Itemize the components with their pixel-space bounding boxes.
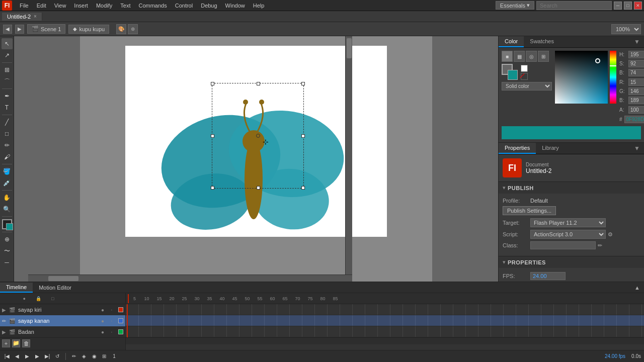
fill-color-swatch[interactable] xyxy=(6,223,13,230)
scene-label[interactable]: 🎬 Scene 1 xyxy=(27,24,65,34)
saturation-input[interactable] xyxy=(628,60,644,67)
menu-file[interactable]: File xyxy=(16,2,32,10)
tab-close-button[interactable]: × xyxy=(34,14,37,19)
radial-gradient-btn[interactable]: ◎ xyxy=(526,51,537,62)
layer-visibility-badan[interactable]: ● xyxy=(99,328,106,335)
layer-lock-sayap-kanan[interactable]: · xyxy=(108,317,115,324)
paint-bucket-tool[interactable]: 🪣 xyxy=(2,166,13,177)
layer-row-sayap-kiri[interactable]: ▶ 🎬 sayap kiri ● · xyxy=(0,304,125,315)
layer-lock-badan[interactable]: · xyxy=(108,328,115,335)
step-forward-btn[interactable]: ▶ xyxy=(33,352,41,360)
color-gradient-picker[interactable] xyxy=(555,51,608,104)
class-input[interactable] xyxy=(530,241,596,249)
properties-section-header[interactable]: ▾ PROPERTIES xyxy=(499,256,644,268)
tab-properties[interactable]: Properties xyxy=(499,143,536,154)
delete-layer-btn[interactable]: 🗑 xyxy=(22,339,30,347)
maximize-button[interactable]: □ xyxy=(624,2,632,10)
edit-symbol-btn[interactable]: ✏ xyxy=(70,352,78,360)
onion-skin-outlines-btn[interactable]: ◉ xyxy=(90,352,98,360)
menu-window[interactable]: Window xyxy=(222,2,249,10)
linear-gradient-btn[interactable]: ▦ xyxy=(514,51,525,62)
snap-icon[interactable]: ⊕ xyxy=(128,24,138,34)
color-panel-close[interactable]: ▼ xyxy=(630,36,644,47)
blue-input[interactable] xyxy=(628,97,644,104)
script-select[interactable]: ActionScript 3.0 xyxy=(530,230,606,239)
play-btn[interactable]: ▶ xyxy=(23,352,31,360)
hue-input[interactable] xyxy=(628,51,644,58)
snap-to-objects[interactable]: ⊕ xyxy=(2,234,13,245)
onion-skin-btn[interactable]: ◈ xyxy=(80,352,88,360)
search-input[interactable] xyxy=(536,1,612,10)
tab-library[interactable]: Library xyxy=(536,143,565,154)
script-settings-icon[interactable]: ⚙ xyxy=(608,231,613,238)
publish-settings-button[interactable]: Publish Settings... xyxy=(503,206,556,215)
tab-untitled2[interactable]: Untitled-2 × xyxy=(2,13,42,21)
straighten-tool[interactable]: ─ xyxy=(2,257,13,268)
onion-skin-settings-btn[interactable]: ⊞ xyxy=(100,352,108,360)
lasso-tool[interactable]: ⌒ xyxy=(2,76,13,87)
menu-debug[interactable]: Debug xyxy=(197,2,220,10)
layer-visibility-sayap-kanan[interactable]: ● xyxy=(99,317,106,324)
add-layer-btn[interactable]: + xyxy=(2,339,10,347)
class-edit-icon[interactable]: ✏ xyxy=(598,242,602,249)
white-swatch[interactable] xyxy=(521,65,528,72)
canvas-wrapper[interactable]: ⊹ xyxy=(14,36,498,282)
minimize-button[interactable]: ─ xyxy=(614,2,622,10)
nav-back-button[interactable]: ◀ xyxy=(3,25,12,34)
menu-help[interactable]: Help xyxy=(250,2,268,10)
menu-modify[interactable]: Modify xyxy=(93,2,116,10)
text-tool[interactable]: T xyxy=(2,102,13,113)
step-back-btn[interactable]: ◀ xyxy=(13,352,21,360)
scroll-thumb-v[interactable] xyxy=(347,38,352,58)
line-tool[interactable]: ╱ xyxy=(2,117,13,128)
select-tool[interactable]: ↖ xyxy=(2,38,13,49)
brush-tool[interactable]: 🖌 xyxy=(2,151,13,162)
menu-control[interactable]: Control xyxy=(172,2,196,10)
target-select[interactable]: Flash Player 11.2 xyxy=(530,218,606,227)
menu-text[interactable]: Text xyxy=(117,2,134,10)
zoom-tool[interactable]: 🔍 xyxy=(2,204,13,215)
menu-view[interactable]: View xyxy=(51,2,70,10)
alpha-input[interactable] xyxy=(628,106,644,114)
frames-layer1[interactable] xyxy=(126,304,644,315)
zoom-select[interactable]: 100% xyxy=(611,24,641,34)
tab-timeline[interactable]: Timeline xyxy=(0,283,33,293)
layer-visibility-sayap-kiri[interactable]: ● xyxy=(99,306,106,313)
bitmap-fill-btn[interactable]: ⊞ xyxy=(538,51,549,62)
pencil-tool[interactable]: ✏ xyxy=(2,140,13,151)
solid-color-btn[interactable]: ■ xyxy=(502,51,513,62)
frames-layer3[interactable] xyxy=(126,326,644,337)
no-fill-swatch[interactable] xyxy=(521,73,528,80)
fps-input[interactable] xyxy=(530,272,566,280)
tab-color[interactable]: Color xyxy=(499,36,524,47)
brightness-input[interactable] xyxy=(628,69,644,76)
horizontal-scrollbar[interactable] xyxy=(28,275,352,282)
stroke-color-swatch[interactable] xyxy=(2,219,12,229)
essentials-button[interactable]: Essentials ▾ xyxy=(496,1,534,10)
goto-last-frame-btn[interactable]: ▶| xyxy=(43,352,51,360)
props-panel-menu[interactable]: ▼ xyxy=(630,143,644,154)
add-folder-btn[interactable]: 📁 xyxy=(12,339,20,347)
symbol-label[interactable]: ◆ kupu kupu xyxy=(68,25,109,34)
transform-tool[interactable]: ⊞ xyxy=(2,64,13,75)
hex-input[interactable] xyxy=(624,116,644,123)
menu-commands[interactable]: Commands xyxy=(135,2,170,10)
stage-color-icon[interactable]: 🎨 xyxy=(116,24,126,34)
scroll-thumb-h[interactable] xyxy=(48,276,78,281)
timeline-scrollbar[interactable] xyxy=(126,337,644,344)
pen-tool[interactable]: ✒ xyxy=(2,90,13,102)
vertical-scrollbar[interactable] xyxy=(345,36,352,275)
tab-swatches[interactable]: Swatches xyxy=(524,36,560,47)
red-input[interactable] xyxy=(628,78,644,86)
rect-tool[interactable]: □ xyxy=(2,128,13,139)
smooth-tool[interactable]: 〜 xyxy=(2,245,13,256)
green-input[interactable] xyxy=(628,87,644,95)
layer-row-sayap-kanan[interactable]: ✏ 🎬 sayap kanan ● · xyxy=(0,315,125,326)
close-button[interactable]: ✕ xyxy=(634,2,642,10)
nav-forward-button[interactable]: ▶ xyxy=(15,25,24,34)
menu-insert[interactable]: Insert xyxy=(70,2,92,10)
frames-layer2[interactable] xyxy=(126,315,644,326)
eyedropper-tool[interactable]: 💉 xyxy=(2,177,13,189)
hue-slider[interactable] xyxy=(610,51,616,104)
color-type-select[interactable]: Solid color xyxy=(502,82,552,90)
